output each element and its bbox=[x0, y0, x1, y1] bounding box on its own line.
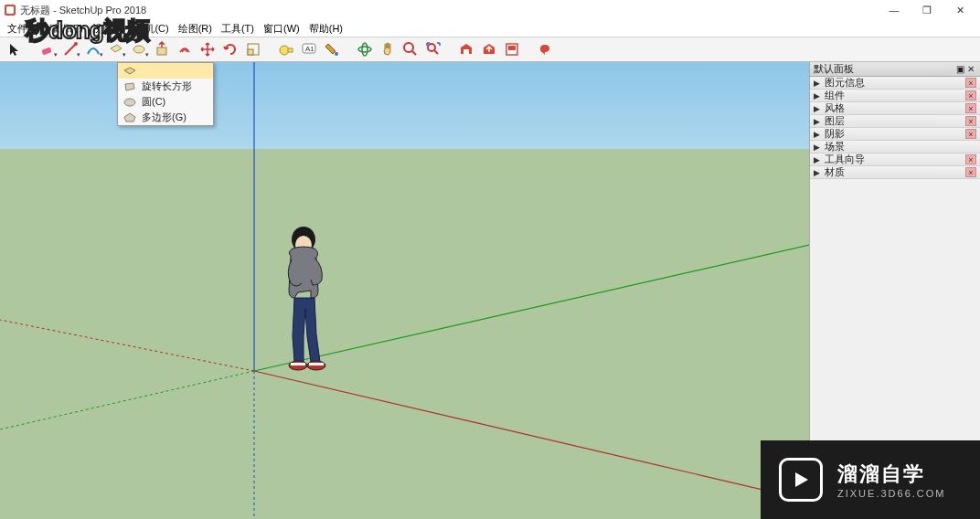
tray-components[interactable]: ▶组件× bbox=[810, 90, 980, 102]
window-controls: — ❐ ✕ bbox=[878, 1, 976, 19]
send-tool[interactable] bbox=[478, 38, 500, 60]
maximize-button[interactable]: ❐ bbox=[911, 1, 943, 19]
menu-tools[interactable]: 工具(T) bbox=[218, 21, 258, 37]
tray-scenes[interactable]: ▶场景 bbox=[810, 141, 980, 154]
side-panel-title: 默认面板 bbox=[814, 62, 854, 76]
expand-icon: ▶ bbox=[814, 168, 825, 177]
tray-layers[interactable]: ▶图层× bbox=[810, 115, 980, 128]
svg-point-14 bbox=[362, 43, 368, 56]
scale-tool[interactable] bbox=[242, 38, 264, 60]
minimize-button[interactable]: — bbox=[878, 1, 911, 19]
watermark-logo: 秒dong视频 bbox=[26, 15, 149, 47]
menu-help[interactable]: 帮助(H) bbox=[305, 21, 346, 37]
svg-rect-31 bbox=[309, 363, 324, 365]
dropdown-item-polygon[interactable]: 多边形(G) bbox=[118, 110, 213, 125]
tray-list: ▶图元信息× ▶组件× ▶风格× ▶图层× ▶阴影× ▶场景 ▶工具向导× ▶材… bbox=[810, 77, 980, 179]
pin-icon[interactable]: ▣ bbox=[954, 64, 965, 75]
dropdown-label: 多边形(G) bbox=[142, 111, 186, 124]
expand-icon: ▶ bbox=[814, 117, 825, 126]
dropdown-item-rotated-rect[interactable]: 旋转长方形 bbox=[118, 79, 213, 94]
pan-tool[interactable] bbox=[377, 38, 399, 60]
svg-rect-1 bbox=[6, 6, 14, 14]
panel-close-icon[interactable]: ✕ bbox=[965, 64, 976, 75]
expand-icon: ▶ bbox=[814, 104, 825, 113]
tray-close-icon[interactable]: × bbox=[965, 167, 976, 177]
tray-materials[interactable]: ▶材质× bbox=[810, 166, 980, 179]
app-icon bbox=[4, 4, 16, 16]
extension-tool[interactable] bbox=[534, 38, 556, 60]
dropdown-item-rect[interactable] bbox=[118, 63, 213, 79]
svg-point-13 bbox=[358, 47, 371, 52]
svg-point-15 bbox=[404, 43, 413, 52]
move-tool[interactable] bbox=[197, 38, 218, 60]
layout-tool[interactable] bbox=[501, 38, 523, 60]
viewport[interactable]: 旋转长方形 圆(C) 多边形(G) bbox=[0, 62, 810, 519]
menu-window[interactable]: 窗口(W) bbox=[260, 21, 304, 37]
tray-close-icon[interactable]: × bbox=[965, 90, 976, 101]
rect-tool-dropdown: 旋转长方形 圆(C) 多边形(G) bbox=[117, 62, 214, 126]
dropdown-label: 旋转长方形 bbox=[142, 79, 192, 93]
expand-icon: ▶ bbox=[814, 155, 825, 164]
tray-close-icon[interactable]: × bbox=[965, 103, 976, 113]
tray-instructor[interactable]: ▶工具向导× bbox=[810, 154, 980, 166]
svg-point-12 bbox=[335, 52, 338, 56]
dropdown-item-circle[interactable]: 圆(C) bbox=[118, 94, 213, 110]
brand-title: 溜溜自学 bbox=[837, 461, 945, 488]
svg-rect-30 bbox=[291, 363, 305, 365]
watermark-brand: 溜溜自学 ZIXUE.3D66.COM bbox=[761, 440, 980, 519]
expand-icon: ▶ bbox=[814, 143, 825, 152]
svg-rect-7 bbox=[248, 49, 253, 55]
rotated-rect-icon bbox=[118, 81, 142, 92]
expand-icon: ▶ bbox=[814, 79, 825, 88]
menu-draw[interactable]: 绘图(R) bbox=[175, 21, 216, 37]
dropdown-label: 圆(C) bbox=[142, 95, 165, 109]
tray-close-icon[interactable]: × bbox=[965, 116, 976, 126]
svg-text:A1: A1 bbox=[305, 45, 314, 53]
svg-point-16 bbox=[428, 44, 435, 51]
brand-url: ZIXUE.3D66.COM bbox=[837, 488, 945, 499]
tray-close-icon[interactable]: × bbox=[965, 78, 976, 88]
svg-rect-9 bbox=[288, 48, 293, 52]
side-panel-title-bar: 默认面板 ▣ ✕ bbox=[810, 62, 980, 77]
paint-tool[interactable] bbox=[321, 38, 343, 60]
zoom-extents-tool[interactable] bbox=[422, 38, 444, 60]
polygon-icon bbox=[118, 112, 142, 123]
zoom-tool[interactable] bbox=[399, 38, 421, 60]
play-icon bbox=[779, 458, 823, 502]
orbit-tool[interactable] bbox=[354, 38, 376, 60]
circle-icon bbox=[118, 97, 142, 108]
offset-tool[interactable] bbox=[174, 38, 196, 60]
rotate-tool[interactable] bbox=[219, 38, 241, 60]
tape-tool[interactable] bbox=[275, 38, 297, 60]
window-title: 无标题 - SketchUp Pro 2018 bbox=[20, 4, 878, 17]
pushpull-tool[interactable] bbox=[151, 38, 173, 60]
select-tool[interactable] bbox=[4, 38, 26, 60]
tray-close-icon[interactable]: × bbox=[965, 154, 976, 164]
svg-rect-17 bbox=[463, 49, 469, 54]
scale-figure bbox=[278, 227, 351, 377]
svg-point-4 bbox=[133, 46, 144, 53]
expand-icon: ▶ bbox=[814, 91, 825, 101]
expand-icon: ▶ bbox=[814, 130, 825, 139]
tray-styles[interactable]: ▶风格× bbox=[810, 102, 980, 115]
text-tool[interactable]: A1 bbox=[298, 38, 320, 60]
tray-shadows[interactable]: ▶阴影× bbox=[810, 128, 980, 141]
svg-point-32 bbox=[124, 99, 135, 106]
tray-entity-info[interactable]: ▶图元信息× bbox=[810, 77, 980, 90]
tray-close-icon[interactable]: × bbox=[965, 129, 976, 139]
ground-plane bbox=[0, 149, 809, 519]
svg-rect-19 bbox=[508, 46, 516, 50]
close-button[interactable]: ✕ bbox=[943, 1, 976, 19]
svg-rect-5 bbox=[157, 48, 166, 55]
3dwarehouse-tool[interactable] bbox=[455, 38, 477, 60]
rect-icon bbox=[118, 66, 142, 77]
svg-rect-2 bbox=[41, 47, 51, 55]
